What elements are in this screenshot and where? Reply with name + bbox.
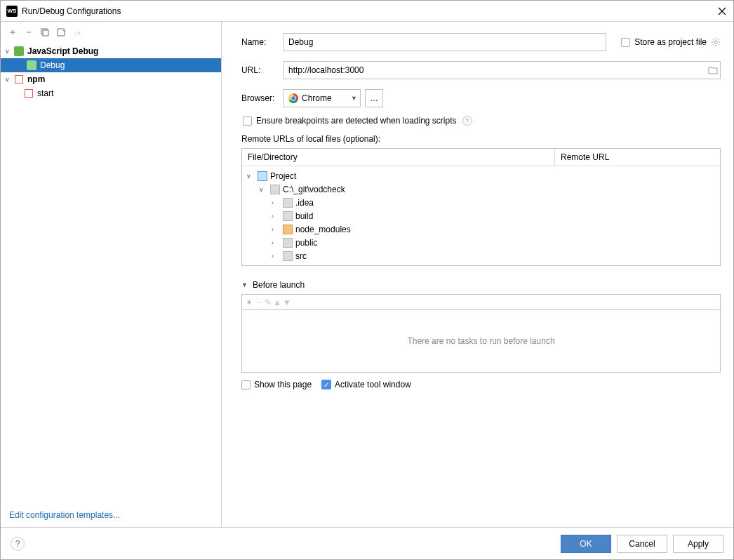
svg-rect-1 <box>43 30 48 36</box>
close-icon[interactable] <box>716 6 728 17</box>
empty-text: There are no tasks to run before launch <box>407 336 554 346</box>
tree-group-label: npm <box>27 74 45 84</box>
config-tree: ∨ JavaScript Debug Debug ∨ npm start <box>1 43 221 503</box>
remove-icon: － <box>255 296 263 308</box>
file-row[interactable]: ›src <box>242 249 720 262</box>
file-label: build <box>295 211 313 221</box>
tree-group-label: JavaScript Debug <box>27 46 98 56</box>
folder-icon <box>283 238 293 248</box>
remote-label: Remote URLs of local files (optional): <box>241 134 721 144</box>
file-label: .idea <box>295 198 314 208</box>
project-icon <box>258 171 267 181</box>
tree-item-start[interactable]: start <box>1 86 221 100</box>
file-row[interactable]: ›node_modules <box>242 222 720 236</box>
up-icon: ▲ <box>273 298 281 307</box>
name-label: Name: <box>241 37 283 47</box>
titlebar: WS Run/Debug Configurations <box>1 1 733 22</box>
store-checkbox[interactable] <box>621 38 630 47</box>
add-icon[interactable]: ＋ <box>245 296 253 308</box>
file-label: node_modules <box>295 225 351 234</box>
svg-point-2 <box>714 41 717 44</box>
browse-icon[interactable] <box>708 66 718 74</box>
before-launch-toolbar: ＋ － ✎ ▲ ▼ <box>241 294 721 309</box>
show-page-label: Show this page <box>254 380 312 389</box>
remote-table: File/Directory Remote URL ∨Project ∨C:\_… <box>241 148 721 266</box>
edit-templates-link[interactable]: Edit configuration templates... <box>9 510 120 520</box>
npm-icon <box>13 74 25 85</box>
save-icon[interactable] <box>55 26 67 39</box>
activate-label: Activate tool window <box>335 380 411 389</box>
store-label: Store as project file <box>634 37 707 47</box>
tree-item-label: Debug <box>40 60 65 70</box>
ensure-label: Ensure breakpoints are detected when loa… <box>256 116 457 126</box>
folder-icon <box>283 251 293 261</box>
browser-label: Browser: <box>241 93 283 103</box>
file-row[interactable]: ›.idea <box>242 196 720 209</box>
folder-icon <box>270 185 280 194</box>
file-label: src <box>295 251 307 261</box>
folder-icon <box>283 198 293 208</box>
ensure-checkbox[interactable] <box>243 116 252 126</box>
help-icon[interactable]: ? <box>462 116 472 126</box>
ok-button[interactable]: OK <box>561 535 611 553</box>
activate-checkbox[interactable]: ✓ Activate tool window <box>321 380 411 389</box>
edit-icon: ✎ <box>265 298 272 307</box>
url-input[interactable] <box>283 61 721 79</box>
file-label: Project <box>270 171 296 181</box>
chrome-icon <box>288 93 298 103</box>
file-row[interactable]: ›public <box>242 236 720 249</box>
file-row-project[interactable]: ∨Project <box>242 169 720 182</box>
npm-icon <box>23 88 34 99</box>
js-debug-icon <box>26 60 37 71</box>
tree-group-jsdebug[interactable]: ∨ JavaScript Debug <box>1 44 221 58</box>
js-debug-icon <box>13 46 25 57</box>
sidebar-toolbar: ＋ － ↓a <box>1 22 221 43</box>
browser-more-button[interactable]: … <box>365 89 383 107</box>
down-icon: ▼ <box>283 298 291 307</box>
app-icon: WS <box>6 6 18 17</box>
url-label: URL: <box>241 65 283 75</box>
before-launch-toggle[interactable]: ▼ Before launch <box>241 280 721 290</box>
apply-button[interactable]: Apply <box>673 535 723 553</box>
browser-select[interactable]: Chrome ▼ <box>283 89 361 107</box>
before-launch-body: There are no tasks to run before launch <box>241 309 721 373</box>
content-pane: Name: Store as project file URL: Browser… <box>222 22 733 527</box>
col-file-header[interactable]: File/Directory <box>242 149 555 166</box>
tree-item-label: start <box>37 88 53 98</box>
add-icon[interactable]: ＋ <box>6 26 19 39</box>
gear-icon[interactable] <box>711 37 721 47</box>
help-button[interactable]: ? <box>11 537 25 551</box>
check-icon: ✓ <box>321 380 331 389</box>
cancel-button[interactable]: Cancel <box>617 535 667 553</box>
browser-value: Chrome <box>302 93 332 103</box>
file-row-path[interactable]: ∨C:\_git\vodcheck <box>242 182 720 196</box>
folder-icon <box>283 225 293 234</box>
dialog-footer: ? OK Cancel Apply <box>1 527 733 559</box>
copy-icon[interactable] <box>39 26 51 39</box>
file-row[interactable]: ›build <box>242 209 720 222</box>
file-label: public <box>295 238 317 248</box>
remove-icon[interactable]: － <box>22 26 35 39</box>
file-label: C:\_git\vodcheck <box>283 185 345 194</box>
before-launch-label: Before launch <box>253 280 305 290</box>
chevron-down-icon: ▼ <box>351 95 357 102</box>
sidebar: ＋ － ↓a ∨ JavaScript Debug Debug ∨ npm <box>1 22 222 527</box>
name-input[interactable] <box>283 33 606 51</box>
tree-group-npm[interactable]: ∨ npm <box>1 72 221 86</box>
folder-icon <box>283 211 293 221</box>
tree-item-debug[interactable]: Debug <box>1 58 221 72</box>
show-page-checkbox[interactable]: Show this page <box>241 380 312 389</box>
dialog-title: Run/Debug Configurations <box>22 6 716 16</box>
col-url-header[interactable]: Remote URL <box>555 149 720 166</box>
sort-icon[interactable]: ↓a <box>71 26 84 39</box>
